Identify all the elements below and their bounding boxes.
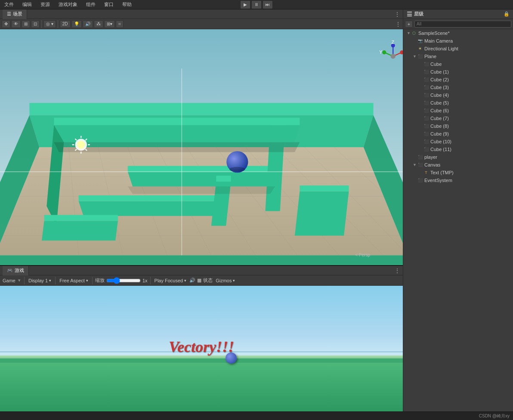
game-tab[interactable]: 🎮 游戏 <box>3 266 29 275</box>
scale-label: 缩放 <box>95 277 105 284</box>
hierarchy-item-cube-1[interactable]: ⬛ Cube (1) <box>403 68 513 76</box>
stats-icon[interactable]: ▦ <box>197 278 201 283</box>
menu-window[interactable]: 窗口 <box>102 1 115 8</box>
game-tab-bar: 🎮 游戏 ⋮ <box>0 266 403 275</box>
hierarchy-item-cube-10[interactable]: ⬛ Cube (10) <box>403 138 513 145</box>
top-menubar: 文件 编辑 资源 游戏对象 组件 窗口 帮助 ▶ ⏸ ⏭ <box>0 0 513 9</box>
game-more-button[interactable]: ⋮ <box>394 267 400 274</box>
victory-text: Vectory!!! <box>169 338 234 356</box>
hierarchy-item-canvas[interactable]: ▼ ⬛ Canvas <box>403 161 513 169</box>
hierarchy-search-input[interactable] <box>414 21 511 28</box>
svg-point-64 <box>391 54 396 59</box>
tree-type-icon: ⬛ <box>423 100 429 106</box>
hierarchy-item-plane[interactable]: ▼ ⬛ Plane <box>403 52 513 60</box>
hierarchy-item-text-tmp[interactable]: T Text (TMP) <box>403 169 513 176</box>
tree-item-label: Cube (10) <box>430 139 451 144</box>
scale-value: 1x <box>142 278 148 283</box>
scene-toolbar-more[interactable]: ⋮ <box>395 21 401 28</box>
gizmos-selector[interactable]: Gizmos ▾ <box>214 278 236 283</box>
tree-type-icon: ⬛ <box>423 69 429 75</box>
status-label[interactable]: 状态 <box>203 277 213 284</box>
tree-type-icon: ⬛ <box>423 84 429 90</box>
hierarchy-item-directional-light[interactable]: ☀ Directional Light <box>403 45 513 52</box>
tree-type-icon: ⬛ <box>423 139 429 145</box>
tree-item-label: Main Camera <box>424 38 453 43</box>
toolbar-move[interactable]: ✥ <box>2 20 10 28</box>
play-focused-selector[interactable]: Play Focused ▾ <box>153 278 188 283</box>
svg-point-54 <box>229 167 245 172</box>
menu-help[interactable]: 帮助 <box>121 1 133 8</box>
play-focused-arrow: ▾ <box>184 278 186 283</box>
scene-tab-bar: ☰ 场景 ⋮ <box>0 9 403 19</box>
aspect-dropdown-arrow: ▾ <box>86 278 88 283</box>
svg-marker-40 <box>128 186 275 194</box>
scene-more-button[interactable]: ⋮ <box>394 11 400 18</box>
hierarchy-item-cube-9[interactable]: ⬛ Cube (9) <box>403 130 513 138</box>
hierarchy-item-cube-5[interactable]: ⬛ Cube (5) <box>403 99 513 107</box>
hierarchy-item-sample-scene[interactable]: ▼ ⬡ SampleScene* <box>403 29 513 37</box>
aspect-selector[interactable]: Free Aspect ▾ <box>58 278 90 283</box>
hierarchy-add-button[interactable]: + <box>405 21 413 28</box>
game-label: Game <box>3 278 15 283</box>
game-canvas[interactable]: Vectory!!! <box>0 286 403 411</box>
hierarchy-item-player[interactable]: ⬛ player <box>403 153 513 161</box>
hierarchy-item-event-system[interactable]: ⬛ EventSystem <box>403 176 513 184</box>
svg-marker-34 <box>216 176 231 182</box>
menu-edit[interactable]: 编辑 <box>21 1 34 8</box>
toolbar-hand[interactable]: 👁 <box>11 20 21 28</box>
toolbar-pivot[interactable]: ◎ ▾ <box>43 20 56 28</box>
toolbar-fx[interactable]: ⁂ <box>94 20 103 28</box>
audio-icon[interactable]: 🔊 <box>189 278 195 283</box>
toolbar-transform[interactable]: ⊡ <box>31 20 40 28</box>
tree-type-icon: ⬡ <box>411 30 417 36</box>
tree-type-icon: ⬛ <box>417 154 423 160</box>
toolbar-audio[interactable]: 🔊 <box>83 20 93 28</box>
scene-canvas[interactable]: X Y Z < Persp <box>0 29 403 265</box>
hierarchy-item-main-camera[interactable]: 📷 Main Camera <box>403 37 513 45</box>
scale-slider[interactable] <box>106 278 141 284</box>
svg-marker-27 <box>128 172 275 186</box>
tree-item-label: Canvas <box>424 162 440 167</box>
hierarchy-item-cube-11[interactable]: ⬛ Cube (11) <box>403 145 513 153</box>
toolbar-rect[interactable]: ⊞ <box>22 20 30 28</box>
sep4 <box>55 277 56 284</box>
hierarchy-item-cube-6[interactable]: ⬛ Cube (6) <box>403 107 513 114</box>
gizmos-arrow: ▾ <box>233 278 235 283</box>
display-selector[interactable]: Display 1 ▾ <box>27 278 53 283</box>
hierarchy-item-cube-3[interactable]: ⬛ Cube (3) <box>403 83 513 91</box>
menu-gameobject[interactable]: 游戏对象 <box>57 1 79 8</box>
hierarchy-item-cube-2[interactable]: ⬛ Cube (2) <box>403 76 513 83</box>
tree-item-label: Directional Light <box>424 46 458 51</box>
hierarchy-item-cube-4[interactable]: ⬛ Cube (4) <box>403 91 513 99</box>
toolbar-2d[interactable]: 2D <box>60 20 71 28</box>
maze-svg: X Y Z <box>0 29 403 265</box>
tree-type-icon: ⬛ <box>423 92 429 98</box>
hierarchy-content: ▼ ⬡ SampleScene* 📷 Main Camera ☀ Directi… <box>403 29 513 411</box>
game-scene: Vectory!!! <box>0 286 403 411</box>
tree-type-icon: ⬛ <box>423 146 429 152</box>
persp-label: < Persp <box>355 253 370 257</box>
menu-component[interactable]: 组件 <box>84 1 97 8</box>
menu-file[interactable]: 文件 <box>3 1 15 8</box>
hierarchy-item-cube-8[interactable]: ⬛ Cube (8) <box>403 122 513 130</box>
scene-tab[interactable]: ☰ 场景 <box>3 9 27 19</box>
tree-item-label: Cube (11) <box>430 147 451 152</box>
pause-button[interactable]: ⏸ <box>251 0 262 9</box>
menu-asset[interactable]: 资源 <box>39 1 52 8</box>
svg-marker-22 <box>0 255 403 265</box>
tree-type-icon: T <box>423 170 429 176</box>
svg-marker-38 <box>300 185 349 191</box>
svg-marker-39 <box>54 142 300 152</box>
hierarchy-lock-icon[interactable]: 🔒 <box>504 11 510 17</box>
hierarchy-item-cube[interactable]: ⬛ Cube <box>403 60 513 68</box>
play-button[interactable]: ▶ <box>240 0 250 9</box>
toolbar-gizmos[interactable]: ⌗ <box>116 20 124 28</box>
game-view: 🎮 游戏 ⋮ Game ▾ Display 1 ▾ Free Aspect ▾ <box>0 265 403 411</box>
tree-item-label: Cube (1) <box>430 69 449 74</box>
step-button[interactable]: ⏭ <box>263 0 273 9</box>
tree-arrow: ▼ <box>413 54 417 59</box>
toolbar-grid[interactable]: ⊞▾ <box>104 20 115 28</box>
tree-item-label: Plane <box>424 54 436 59</box>
toolbar-lighting[interactable]: 💡 <box>71 20 82 28</box>
hierarchy-item-cube-7[interactable]: ⬛ Cube (7) <box>403 114 513 122</box>
